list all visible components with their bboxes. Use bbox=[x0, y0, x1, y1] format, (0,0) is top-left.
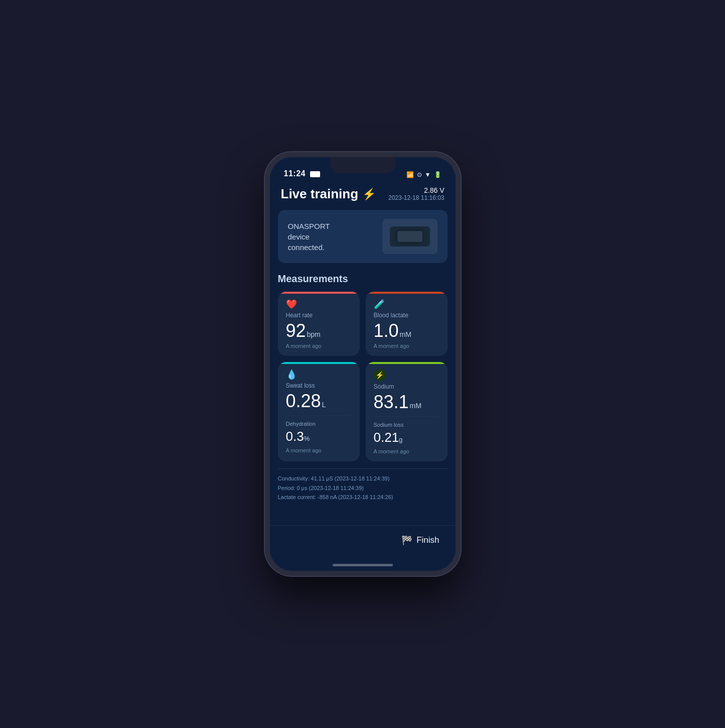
page-title: Live training bbox=[281, 186, 359, 202]
debug-info: Conductivity: 41.11 μS (2023-12-18 11:24… bbox=[278, 468, 448, 505]
footer: 🏁 Finish bbox=[270, 525, 456, 559]
signal-icon: ▼ bbox=[425, 171, 431, 178]
dehydration-secondary: Dehydration 0.3% bbox=[286, 415, 352, 444]
status-icons: 📶 ⊙ ▼ 🔋 bbox=[406, 171, 442, 178]
device-banner: ONASPORTdeviceconnected. bbox=[278, 210, 448, 263]
heart-rate-unit: bpm bbox=[307, 330, 321, 338]
battery-full-icon: 🔋 bbox=[434, 171, 442, 178]
sweat-loss-label: Sweat loss bbox=[286, 382, 352, 389]
heart-rate-number: 92 bbox=[286, 320, 306, 341]
sodium-value: 83.1mM bbox=[374, 393, 440, 411]
device-image bbox=[382, 219, 438, 254]
header-meta: 2.86 V 2023-12-18 11:16:03 bbox=[388, 186, 444, 201]
blood-drop-icon: 🧪 bbox=[374, 299, 440, 310]
measurements-title: Measurements bbox=[278, 273, 448, 285]
blood-lactate-label: Blood lactate bbox=[374, 312, 440, 319]
sweat-loss-unit: L bbox=[322, 401, 326, 409]
status-time: 11:24 bbox=[284, 169, 320, 178]
sodium-loss-unit: g bbox=[399, 436, 402, 443]
home-bar bbox=[333, 564, 393, 566]
flag-icon: 🏁 bbox=[401, 535, 412, 546]
sweat-loss-number: 0.28 bbox=[286, 391, 321, 411]
blood-lactate-value: 1.0mM bbox=[374, 322, 440, 340]
finish-button[interactable]: 🏁 Finish bbox=[396, 532, 444, 549]
phone-frame: 11:24 📶 ⊙ ▼ 🔋 Live training ⚡ 2.86 V 202… bbox=[265, 152, 461, 576]
heart-rate-label: Heart rate bbox=[286, 312, 352, 319]
heart-rate-value: 92bpm bbox=[286, 322, 352, 340]
metrics-grid: ❤️ Heart rate 92bpm A moment ago 🧪 Blood… bbox=[278, 292, 448, 461]
dehydration-label: Dehydration bbox=[286, 421, 352, 427]
sodium-card: ⚡ Sodium 83.1mM Sodium loss 0.21g A mome… bbox=[366, 362, 448, 461]
datetime-display: 2023-12-18 11:16:03 bbox=[388, 194, 444, 201]
sodium-loss-secondary: Sodium loss 0.21g bbox=[374, 416, 440, 445]
blood-lactate-number: 1.0 bbox=[374, 320, 399, 341]
finish-label: Finish bbox=[416, 535, 439, 545]
header: Live training ⚡ 2.86 V 2023-12-18 11:16:… bbox=[270, 182, 456, 210]
bluetooth-icon: 📶 bbox=[406, 171, 414, 178]
dehydration-number: 0.3 bbox=[286, 429, 304, 444]
sodium-label: Sodium bbox=[374, 383, 440, 390]
sodium-lightning-icon: ⚡ bbox=[374, 369, 386, 381]
heart-rate-time: A moment ago bbox=[286, 343, 352, 349]
sweat-drop-icon: 💧 bbox=[286, 369, 352, 380]
sodium-time: A moment ago bbox=[374, 448, 440, 454]
notch bbox=[330, 157, 395, 173]
device-status-text: ONASPORTdeviceconnected. bbox=[288, 221, 330, 253]
sweat-loss-card: 💧 Sweat loss 0.28L Dehydration 0.3% A mo… bbox=[278, 362, 360, 461]
voltage-display: 2.86 V bbox=[388, 186, 444, 194]
sodium-unit: mM bbox=[410, 402, 421, 410]
heart-rate-card: ❤️ Heart rate 92bpm A moment ago bbox=[278, 292, 360, 356]
sodium-number: 83.1 bbox=[374, 392, 409, 412]
sodium-loss-number: 0.21 bbox=[374, 430, 399, 445]
sweat-loss-value: 0.28L bbox=[286, 392, 352, 410]
dehydration-value: 0.3% bbox=[286, 429, 352, 444]
debug-line-3: Lactate current: -858 nA (2023-12-18 11:… bbox=[278, 493, 448, 502]
phone-screen: 11:24 📶 ⊙ ▼ 🔋 Live training ⚡ 2.86 V 202… bbox=[270, 157, 456, 571]
debug-line-1: Conductivity: 41.11 μS (2023-12-18 11:24… bbox=[278, 474, 448, 483]
debug-line-2: Period: 0 μs (2023-12-18 11:24:39) bbox=[278, 483, 448, 493]
blood-lactate-unit: mM bbox=[400, 330, 411, 338]
heart-icon: ❤️ bbox=[286, 299, 352, 310]
dehydration-unit: % bbox=[304, 435, 310, 442]
time-text: 11:24 bbox=[284, 169, 306, 178]
sodium-loss-label: Sodium loss bbox=[374, 422, 440, 428]
blood-lactate-card: 🧪 Blood lactate 1.0mM A moment ago bbox=[366, 292, 448, 356]
sodium-loss-value: 0.21g bbox=[374, 430, 440, 445]
blood-lactate-time: A moment ago bbox=[374, 343, 440, 349]
battery-icon bbox=[310, 171, 320, 177]
home-indicator bbox=[270, 559, 456, 571]
sweat-loss-time: A moment ago bbox=[286, 447, 352, 453]
lightning-icon: ⚡ bbox=[362, 188, 376, 201]
main-content[interactable]: ONASPORTdeviceconnected. Measurements ❤️… bbox=[270, 210, 456, 525]
header-title-group: Live training ⚡ bbox=[281, 186, 376, 202]
location-icon: ⊙ bbox=[417, 171, 422, 178]
